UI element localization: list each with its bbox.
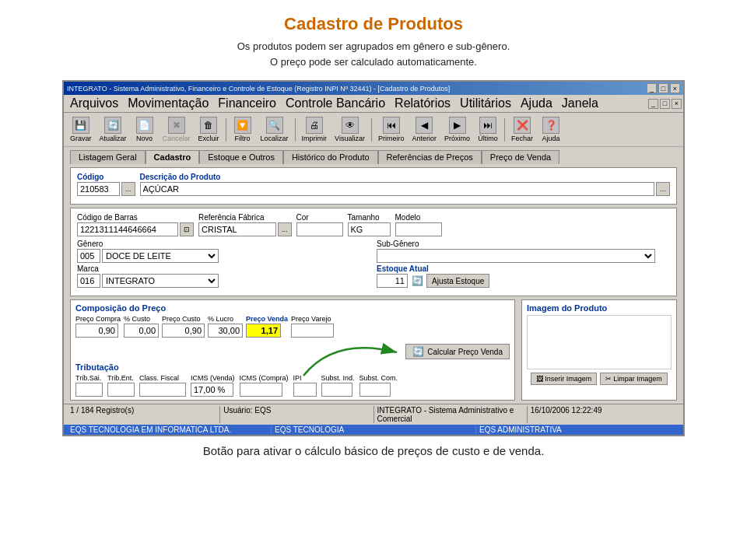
- novo-button[interactable]: 📄 Novo: [132, 115, 158, 144]
- sub-maximize-button[interactable]: □: [660, 99, 670, 109]
- cod-barras-input[interactable]: [77, 222, 178, 236]
- preco-venda-input[interactable]: [246, 324, 281, 338]
- cor-input[interactable]: [296, 222, 343, 236]
- filtro-button[interactable]: 🔽 Filtro: [230, 115, 256, 144]
- tab-listagem[interactable]: Listagem Geral: [70, 150, 146, 164]
- estoque-refresh-icon[interactable]: 🔄: [411, 275, 423, 287]
- field-descricao: Descrição do Produto ...: [140, 173, 670, 196]
- marca-code-input[interactable]: [77, 274, 100, 288]
- status-records: 1 / 184 Registro(s): [67, 406, 220, 423]
- field-icms-venda: ICMS (Venda): [191, 374, 235, 397]
- class-fiscal-input[interactable]: [139, 383, 186, 397]
- excluir-icon: 🗑: [200, 117, 217, 134]
- ipi-input[interactable]: [293, 383, 317, 397]
- gravar-icon: 💾: [72, 117, 89, 134]
- barcode-scan-button[interactable]: ⊡: [180, 222, 194, 236]
- section-codigo-descricao: Código ... Descrição do Produto ...: [70, 167, 677, 205]
- anterior-icon: ◀: [416, 117, 433, 134]
- field-genero: Gênero DOCE DE LEITE: [77, 240, 219, 263]
- genero-select[interactable]: DOCE DE LEITE: [102, 249, 219, 263]
- ultimo-button[interactable]: ⏭ Último: [475, 115, 501, 144]
- descricao-input[interactable]: [140, 182, 655, 196]
- tab-cadastro[interactable]: Cadastro: [146, 150, 200, 164]
- anterior-button[interactable]: ◀ Anterior: [409, 115, 440, 144]
- descricao-lookup-button[interactable]: ...: [656, 182, 670, 196]
- tab-preco-venda[interactable]: Preço de Venda: [482, 150, 559, 164]
- cancelar-button[interactable]: ✖ Cancelar: [160, 115, 194, 144]
- proximo-button[interactable]: ▶ Próximo: [441, 115, 473, 144]
- footer-company1: EQS TECNOLOGIA EM INFORMATICA LTDA.: [67, 425, 272, 434]
- close-button[interactable]: ×: [670, 83, 680, 93]
- custo-input[interactable]: [124, 324, 159, 338]
- marca-select[interactable]: INTEGRATO: [102, 274, 219, 288]
- menu-movimentacao[interactable]: Movimentação: [123, 96, 213, 111]
- tamanho-input[interactable]: [348, 222, 391, 236]
- menu-janela[interactable]: Janela: [557, 96, 603, 111]
- subst-ind-label: Subst. Ind.: [321, 374, 355, 382]
- window-title: INTEGRATO - Sistema Administrativo, Fina…: [67, 85, 450, 93]
- cancelar-icon: ✖: [168, 117, 185, 134]
- ipi-label: IPI: [293, 374, 317, 382]
- primeiro-button[interactable]: ⏮ Primeiro: [375, 115, 408, 144]
- menu-relatorios[interactable]: Relatórios: [390, 96, 455, 111]
- genero-code-input[interactable]: [77, 249, 100, 263]
- proximo-icon: ▶: [449, 117, 466, 134]
- custo-label: % Custo: [124, 315, 159, 323]
- preco-compra-input[interactable]: [75, 324, 118, 338]
- field-marca: Marca INTEGRATO: [77, 264, 219, 288]
- ref-fabrica-input[interactable]: [198, 222, 276, 236]
- primeiro-icon: ⏮: [383, 117, 400, 134]
- annotation-text: Botão para ativar o cálculo básico de pr…: [31, 444, 716, 457]
- icms-venda-input[interactable]: [191, 383, 233, 397]
- visualizar-button[interactable]: 👁 Visualizar: [331, 115, 368, 144]
- field-trib-ent: Trib.Ent.: [107, 374, 135, 397]
- trib-sai-label: Trib.Sai.: [75, 374, 103, 382]
- atualizar-button[interactable]: 🔄 Atualizar: [96, 115, 130, 144]
- tab-referencias[interactable]: Referências de Preços: [378, 150, 482, 164]
- fechar-button[interactable]: ❌ Fechar: [508, 115, 536, 144]
- ajuda-button[interactable]: ❓ Ajuda: [538, 115, 564, 144]
- subst-com-label: Subst. Com.: [359, 374, 398, 382]
- limpar-imagem-button[interactable]: ✂ Limpar Imagem: [600, 373, 668, 385]
- limpar-icon: ✂: [605, 375, 612, 383]
- subgenero-select[interactable]: [377, 249, 655, 263]
- menu-ajuda[interactable]: Ajuda: [516, 96, 557, 111]
- trib-sai-input[interactable]: [75, 383, 103, 397]
- subst-ind-input[interactable]: [321, 383, 352, 397]
- menu-financeiro[interactable]: Financeiro: [213, 96, 281, 111]
- field-trib-sai: Trib.Sai.: [75, 374, 103, 397]
- field-icms-compra: ICMS (Compra): [240, 374, 289, 397]
- subst-com-input[interactable]: [359, 383, 391, 397]
- field-preco-custo: Preço Custo: [162, 315, 205, 338]
- menu-utilitarios[interactable]: Utilitários: [455, 96, 516, 111]
- section-preco: Composição do Preço Preço Compra % Custo…: [70, 299, 677, 401]
- tab-estoque[interactable]: Estoque e Outros: [199, 150, 283, 164]
- inserir-imagem-button[interactable]: 🖼 Inserir Imagem: [531, 373, 597, 385]
- modelo-input[interactable]: [395, 222, 442, 236]
- calcular-preco-button[interactable]: 🔄 Calcular Preço Venda: [405, 344, 510, 359]
- menu-controle-bancario[interactable]: Controle Bancário: [281, 96, 390, 111]
- maximize-button[interactable]: □: [658, 83, 668, 93]
- lucro-input[interactable]: [208, 324, 243, 338]
- localizar-button[interactable]: 🔍 Localizar: [258, 115, 292, 144]
- preco-custo-input[interactable]: [162, 324, 205, 338]
- codigo-lookup-button[interactable]: ...: [121, 182, 135, 196]
- codigo-input[interactable]: [77, 182, 120, 196]
- ajusta-estoque-button[interactable]: Ajusta Estoque: [426, 274, 489, 288]
- sub-minimize-button[interactable]: _: [648, 99, 658, 109]
- menu-arquivos[interactable]: Arquivos: [65, 96, 123, 111]
- imprimir-button[interactable]: 🖨 Imprimir: [299, 115, 331, 144]
- trib-ent-input[interactable]: [107, 383, 135, 397]
- preco-varejo-label: Preço Varejo: [291, 315, 334, 323]
- field-lucro: % Lucro: [208, 315, 243, 338]
- excluir-button[interactable]: 🗑 Excluir: [195, 115, 223, 144]
- preco-varejo-input[interactable]: [291, 324, 334, 338]
- tab-historico[interactable]: Histórico do Produto: [283, 150, 378, 164]
- ref-lookup-button[interactable]: ...: [278, 222, 292, 236]
- minimize-button[interactable]: _: [647, 83, 657, 93]
- sub-close-button[interactable]: ×: [672, 99, 682, 109]
- estoque-atual-input[interactable]: [377, 274, 408, 288]
- cod-barras-label: Código de Barras: [77, 213, 194, 222]
- icms-compra-input[interactable]: [240, 383, 282, 397]
- gravar-button[interactable]: 💾 Gravar: [67, 115, 95, 144]
